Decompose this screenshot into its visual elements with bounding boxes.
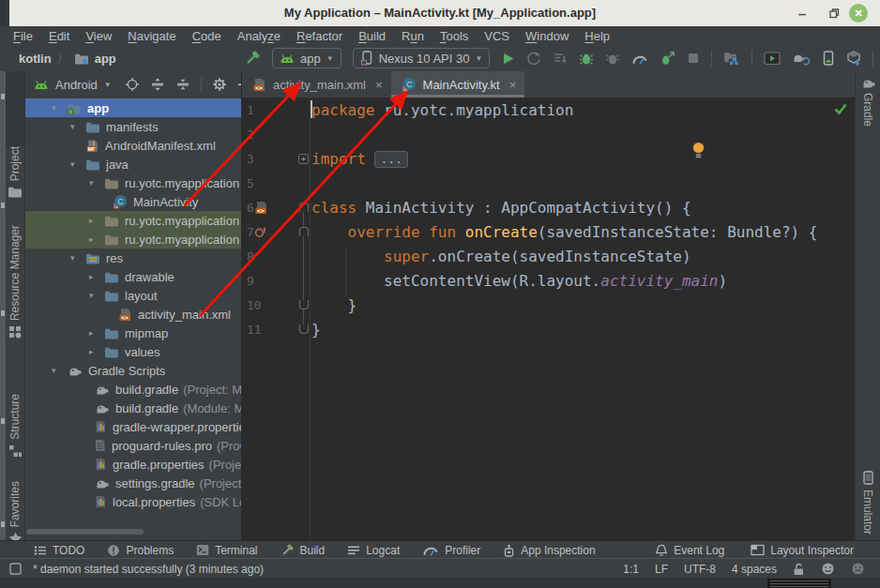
select-opened-file-button[interactable] xyxy=(125,77,140,92)
toolwindow-terminal[interactable]: Terminal xyxy=(196,544,257,557)
related-layout-icon[interactable]: <> xyxy=(254,201,268,215)
menu-build[interactable]: Build xyxy=(358,29,386,43)
tab-mainactivity-kt[interactable]: CMainActivity.kt× xyxy=(391,71,525,98)
toolwindow-build[interactable]: Build xyxy=(281,543,326,557)
tree-item-res[interactable]: ▾res xyxy=(25,249,241,267)
chevron-collapsed-icon[interactable]: ▸ xyxy=(89,272,104,281)
rerun-button[interactable] xyxy=(526,51,541,66)
tool-strip-project[interactable]: Project xyxy=(6,146,24,198)
chevron-expanded-icon[interactable]: ▾ xyxy=(70,159,85,169)
project-structure-button[interactable] xyxy=(723,51,740,66)
breadcrumb-root[interactable]: kotlin xyxy=(19,52,52,66)
profile-button[interactable] xyxy=(631,52,648,66)
tree-item-gradle-scripts[interactable]: ▾Gradle Scripts xyxy=(25,361,241,380)
status-message[interactable]: * daemon started successfully (3 minutes… xyxy=(33,563,264,576)
sync-gradle-button[interactable] xyxy=(792,52,811,66)
run-button[interactable] xyxy=(501,52,515,66)
chevron-down-icon[interactable]: ▼ xyxy=(104,81,112,89)
chevron-collapsed-icon[interactable]: ▸ xyxy=(89,216,104,225)
tool-window-toggle-icon[interactable] xyxy=(9,563,22,575)
menu-window[interactable]: Window xyxy=(525,29,569,43)
sdk-manager-button[interactable] xyxy=(846,51,861,67)
tree-item-androidmanifest-xml[interactable]: MFAndroidManifest.xml xyxy=(25,136,241,155)
build-hammer-icon[interactable] xyxy=(244,50,261,67)
settings-button[interactable] xyxy=(212,77,227,92)
chevron-expanded-icon[interactable]: ▾ xyxy=(52,103,67,113)
chevron-collapsed-icon[interactable]: ▸ xyxy=(89,328,104,338)
menu-file[interactable]: File xyxy=(13,29,33,43)
tree-item-drawable[interactable]: ▸drawable xyxy=(25,267,241,286)
avd-manager-button[interactable] xyxy=(822,51,835,66)
tree-item-local-properties[interactable]: local.properties(SDK Locatio xyxy=(25,492,241,511)
tree-item-gradle-wrapper-properties[interactable]: gradle-wrapper.properties( xyxy=(25,417,241,436)
device-monitor-button[interactable] xyxy=(764,52,781,66)
menu-refactor[interactable]: Refactor xyxy=(296,29,342,43)
line-ending[interactable]: LF xyxy=(655,563,668,576)
chevron-expanded-icon[interactable]: ▾ xyxy=(70,253,85,263)
caret-position[interactable]: 1:1 xyxy=(623,563,639,576)
tree-item-ru-yotc-myapplication[interactable]: ▾ru.yotc.myapplication xyxy=(25,173,241,192)
inspection-ok-icon[interactable] xyxy=(833,101,848,115)
menu-vcs[interactable]: VCS xyxy=(484,29,509,43)
tab-activity-main-xml[interactable]: <>activity_main.xml× xyxy=(242,71,391,98)
tree-item-layout[interactable]: ▾layout xyxy=(25,286,241,305)
menu-code[interactable]: Code xyxy=(192,29,221,43)
tree-item-mipmap[interactable]: ▸mipmap xyxy=(25,324,241,342)
menu-navigate[interactable]: Navigate xyxy=(128,29,175,43)
tree-item-values[interactable]: ▸values xyxy=(25,342,241,361)
project-view-select[interactable]: Android xyxy=(55,78,98,92)
tree-item-ru-yotc-myapplication[interactable]: ▸ru.yotc.myapplication(tes xyxy=(25,230,241,249)
tool-strip-favorites[interactable]: Favorites xyxy=(6,481,24,545)
close-icon[interactable]: × xyxy=(509,78,517,92)
tree-item-build-gradle[interactable]: build.gradle(Project: My_Ap xyxy=(25,380,241,399)
chevron-expanded-icon[interactable]: ▾ xyxy=(89,178,104,188)
tree-item-build-gradle[interactable]: build.gradle(Module: My_Ap xyxy=(25,399,241,417)
apply-code-changes-button[interactable] xyxy=(553,51,568,66)
indent-setting[interactable]: 4 spaces xyxy=(732,563,777,576)
menu-view[interactable]: View xyxy=(85,29,112,43)
intention-bulb-icon[interactable] xyxy=(691,142,706,159)
toolwindow-layout-inspector[interactable]: Layout Inspector xyxy=(751,544,854,557)
debug-button[interactable] xyxy=(579,51,594,66)
tree-item-proguard-rules-pro[interactable]: proguard-rules.pro(ProGuar xyxy=(25,436,241,455)
toolwindow-profiler[interactable]: Profiler xyxy=(422,543,480,557)
toolwindow-event-log[interactable]: Event Log xyxy=(655,544,724,557)
device-select[interactable]: Nexus 10 API 30 ▼ xyxy=(353,48,491,68)
override-method-icon[interactable] xyxy=(254,226,267,238)
fold-marker-icon[interactable]: + xyxy=(297,154,310,164)
breadcrumb-module[interactable]: app xyxy=(95,52,116,66)
fold-marker-icon[interactable] xyxy=(297,203,310,212)
happy-face-icon[interactable] xyxy=(821,562,835,576)
chevron-collapsed-icon[interactable]: ▸ xyxy=(89,347,104,356)
attach-debugger-button[interactable] xyxy=(605,51,620,66)
toolwindow-problems[interactable]: Problems xyxy=(107,544,174,557)
tool-strip-emulator[interactable]: Emulator xyxy=(856,471,880,535)
tool-strip-structure[interactable]: Structure xyxy=(6,394,24,458)
menu-edit[interactable]: Edit xyxy=(49,29,69,43)
run-config-select[interactable]: app ▼ xyxy=(272,48,341,68)
editor-body[interactable]: 1package ru.yotc.myapplication23+import … xyxy=(242,98,856,540)
tree-item-app[interactable]: ▾app xyxy=(25,98,241,117)
horizontal-scrollbar[interactable] xyxy=(26,529,144,535)
fold-marker-icon[interactable] xyxy=(297,227,310,236)
menu-analyze[interactable]: Analyze xyxy=(237,29,281,43)
tree-item-settings-gradle[interactable]: settings.gradle(Project Setti xyxy=(25,474,241,492)
sad-face-icon[interactable] xyxy=(851,562,865,576)
menu-run[interactable]: Run xyxy=(402,29,424,43)
menu-help[interactable]: Help xyxy=(584,29,610,43)
tree-item-activity-main-xml[interactable]: <>activity_main.xml xyxy=(25,305,241,324)
restore-button[interactable] xyxy=(825,0,843,26)
chevron-expanded-icon[interactable]: ▾ xyxy=(52,366,67,375)
profile-debug-button[interactable] xyxy=(660,51,675,66)
close-button[interactable]: ✕ xyxy=(849,4,868,23)
tree-item-java[interactable]: ▾java xyxy=(25,155,241,173)
minimize-button[interactable]: – xyxy=(793,0,812,26)
tool-strip-resource-manager[interactable]: Resource Manager xyxy=(6,225,24,339)
file-encoding[interactable]: UTF-8 xyxy=(684,563,716,576)
lock-open-icon[interactable] xyxy=(793,563,805,576)
tree-item-gradle-properties[interactable]: gradle.properties(Project Pr xyxy=(25,455,241,474)
stop-button[interactable] xyxy=(687,52,700,65)
expand-all-button[interactable] xyxy=(150,77,165,92)
tree-item-ru-yotc-myapplication[interactable]: ▸ru.yotc.myapplication(an xyxy=(25,211,241,230)
breadcrumb[interactable]: kotlin 〉 app xyxy=(19,45,116,71)
